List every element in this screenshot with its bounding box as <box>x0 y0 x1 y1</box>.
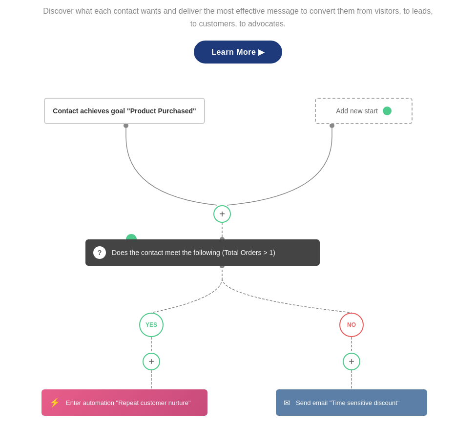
merge-plus-circle[interactable]: + <box>213 205 231 223</box>
add-start-label: Add new start <box>336 107 378 115</box>
learn-more-button[interactable]: Learn More ▶ <box>194 41 282 64</box>
email-icon: ✉ <box>284 398 290 407</box>
goal-box[interactable]: Contact achieves goal "Product Purchased… <box>44 98 205 124</box>
no-circle[interactable]: NO <box>339 313 364 337</box>
yes-plus-circle[interactable]: + <box>143 353 160 370</box>
action-box-pink[interactable]: ⚡ Enter automation "Repeat customer nurt… <box>41 389 207 416</box>
merge-plus-icon: + <box>219 209 225 220</box>
action-blue-label: Send email "Time sensitive discount" <box>296 399 400 406</box>
yes-label: YES <box>145 321 157 328</box>
add-start-green-dot <box>383 107 392 115</box>
action-box-blue[interactable]: ✉ Send email "Time sensitive discount" <box>276 389 427 416</box>
condition-label: Does the contact meet the following (Tot… <box>112 249 275 256</box>
yes-plus-icon: + <box>148 356 154 367</box>
condition-box[interactable]: ? Does the contact meet the following (T… <box>85 239 320 266</box>
goal-box-label: Contact achieves goal "Product Purchased… <box>53 107 196 115</box>
automation-icon: ⚡ <box>49 397 60 408</box>
yes-circle[interactable]: YES <box>139 313 164 337</box>
action-pink-label: Enter automation "Repeat customer nurtur… <box>66 399 191 406</box>
add-start-box[interactable]: Add new start <box>315 98 413 124</box>
no-label: NO <box>347 321 356 328</box>
page-wrapper: Discover what each contact wants and del… <box>0 0 476 448</box>
question-icon: ? <box>93 246 106 259</box>
flowchart: Contact achieves goal "Product Purchased… <box>0 78 476 430</box>
no-plus-circle[interactable]: + <box>343 353 360 370</box>
hero-description: Discover what each contact wants and del… <box>0 0 476 30</box>
no-plus-icon: + <box>349 356 354 367</box>
